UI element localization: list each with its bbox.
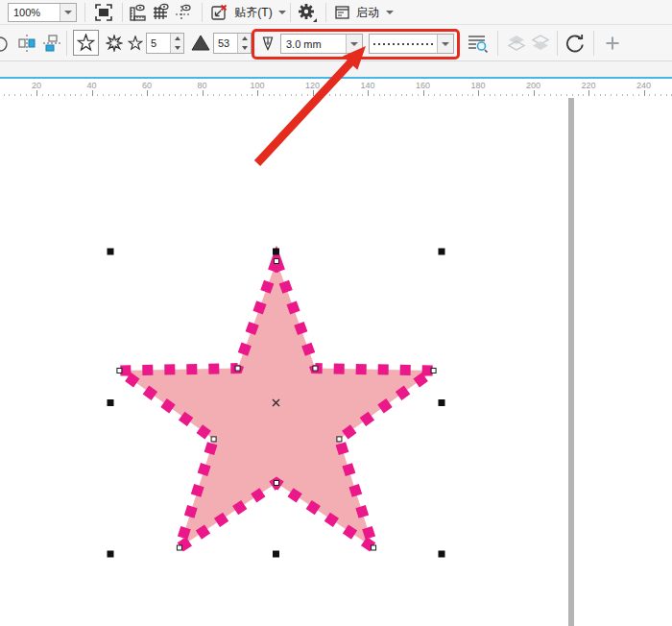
ruler-minor-tick	[556, 94, 557, 96]
clipped-ellipse-icon	[0, 36, 9, 53]
ruler-minor-tick	[81, 94, 82, 96]
ruler-minor-tick	[445, 94, 446, 96]
down-arrow-icon	[175, 46, 180, 50]
ruler-minor-tick	[655, 94, 656, 96]
ruler-minor-tick	[169, 94, 170, 96]
chevron-down-icon	[278, 11, 286, 14]
points-up-button[interactable]	[171, 34, 183, 43]
points-input[interactable]	[147, 34, 170, 53]
chevron-down-icon	[386, 11, 394, 14]
ruler-label: 220	[581, 81, 595, 90]
toolbar-separator	[122, 3, 123, 22]
ruler-minor-tick	[472, 94, 473, 96]
ruler-spacer	[0, 61, 672, 77]
ruler-minor-tick	[462, 94, 463, 96]
show-rulers-button[interactable]	[126, 1, 149, 24]
snap-off-button[interactable]	[207, 1, 230, 24]
show-rulers-icon	[128, 3, 147, 22]
ruler-minor-tick	[500, 94, 501, 96]
snap-off-icon	[209, 3, 228, 22]
ruler-minor-tick	[412, 94, 413, 96]
ruler-minor-tick	[153, 94, 154, 96]
order-to-back-button[interactable]	[529, 32, 552, 55]
order-to-front-button[interactable]	[505, 32, 528, 55]
options-button[interactable]	[295, 1, 320, 24]
wrap-text-button[interactable]	[465, 32, 490, 55]
ruler-minor-tick	[114, 94, 115, 96]
ruler-minor-tick	[197, 94, 198, 96]
ruler-minor-tick	[379, 94, 380, 96]
points-down-button[interactable]	[171, 43, 183, 53]
ruler-minor-tick	[660, 94, 661, 96]
ruler-minor-tick	[627, 94, 628, 96]
ruler-label: 100	[250, 81, 264, 90]
launch-label: 启动	[356, 5, 379, 21]
ruler-major-tick	[588, 90, 589, 96]
zoom-level-value: 100%	[9, 4, 60, 21]
sharpness-spinner[interactable]	[213, 33, 252, 54]
ruler-minor-tick	[406, 94, 407, 96]
ruler-minor-tick	[362, 94, 363, 96]
sharpness-icon	[191, 34, 210, 53]
ruler-minor-tick	[119, 94, 120, 96]
ruler-minor-tick	[64, 94, 65, 96]
ruler-minor-tick	[550, 94, 551, 96]
zoom-level-combobox[interactable]: 100%	[8, 3, 77, 22]
sharpness-down-button[interactable]	[238, 43, 251, 53]
ruler-minor-tick	[141, 94, 142, 96]
ruler-minor-tick	[97, 94, 98, 96]
ruler-label: 20	[32, 81, 41, 90]
ruler-minor-tick	[219, 94, 220, 96]
sharpness-input[interactable]	[214, 34, 237, 53]
mirror-horizontal-button[interactable]	[15, 32, 38, 55]
ruler-minor-tick	[163, 94, 164, 96]
ruler-minor-tick	[86, 94, 87, 96]
ruler-minor-tick	[418, 94, 419, 96]
ruler-label: 60	[142, 81, 152, 90]
snap-dropdown[interactable]: 贴齐(T)	[232, 1, 288, 24]
options-gear-icon	[297, 2, 318, 23]
horizontal-ruler[interactable]: 20406080100120140160180200220240	[0, 79, 672, 98]
show-grid-button[interactable]	[149, 1, 172, 24]
ruler-major-tick	[534, 90, 535, 96]
ruler-minor-tick	[633, 94, 634, 96]
ruler-major-tick	[36, 90, 37, 96]
add-toolbar-item-button[interactable]	[601, 32, 624, 55]
ruler-major-tick	[368, 90, 369, 96]
ruler-major-tick	[423, 90, 424, 96]
show-grid-icon	[151, 3, 170, 22]
ruler-minor-tick	[279, 94, 280, 96]
ruler-minor-tick	[611, 94, 612, 96]
show-guidelines-icon	[174, 3, 193, 22]
fullscreen-preview-button[interactable]	[92, 1, 115, 24]
ruler-minor-tick	[666, 94, 667, 96]
sharpness-up-button[interactable]	[238, 34, 251, 43]
ruler-minor-tick	[247, 94, 248, 96]
ruler-minor-tick	[544, 94, 545, 96]
ruler-minor-tick	[296, 94, 297, 96]
ruler-minor-tick	[638, 94, 639, 96]
fullscreen-preview-icon	[94, 3, 113, 22]
toolbar-separator	[84, 3, 85, 22]
convert-to-curves-button[interactable]	[563, 32, 588, 55]
ruler-major-tick	[92, 90, 93, 96]
ruler-major-tick	[644, 90, 645, 96]
complex-star-button[interactable]	[103, 32, 126, 55]
zoom-dropdown-button[interactable]	[60, 4, 76, 21]
ruler-minor-tick	[175, 94, 176, 96]
mirror-vertical-button[interactable]	[40, 32, 63, 55]
ruler-minor-tick	[274, 94, 275, 96]
launch-dropdown[interactable]: 启动	[330, 1, 397, 24]
ruler-minor-tick	[207, 94, 208, 96]
star-tool-button[interactable]	[73, 30, 99, 56]
ruler-minor-tick	[522, 94, 523, 96]
complex-star-icon	[106, 35, 123, 52]
mirror-horizontal-icon	[17, 34, 36, 53]
points-spinner[interactable]	[146, 33, 184, 54]
ruler-minor-tick	[494, 94, 495, 96]
ruler-minor-tick	[384, 94, 385, 96]
show-guidelines-button[interactable]	[172, 1, 195, 24]
toolbar-separator	[202, 3, 203, 22]
annotation-highlight-box	[252, 29, 460, 60]
ruler-minor-tick	[269, 94, 270, 96]
